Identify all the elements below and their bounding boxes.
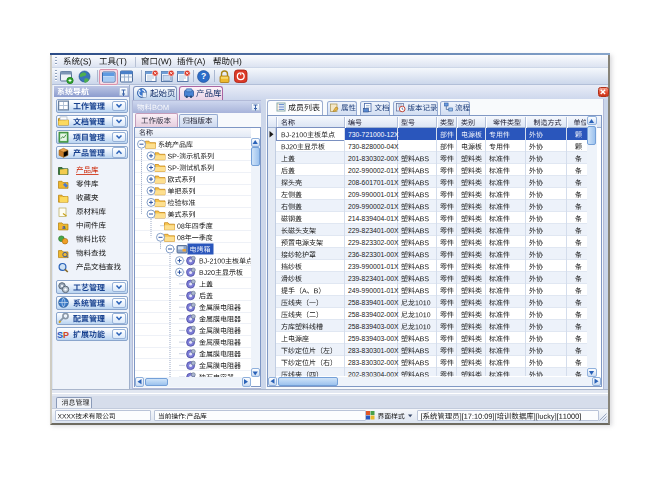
svg-text:258-839402-00X: 258-839402-00X: [348, 311, 399, 318]
svg-text:730-828000-04X: 730-828000-04X: [348, 143, 399, 150]
svg-text:229-823302-00X: 229-823302-00X: [348, 239, 399, 246]
svg-text:236-823301-00X: 236-823301-00X: [348, 251, 399, 258]
svg-text:239-990001-01X: 239-990001-01X: [348, 263, 399, 270]
svg-text:283-830301-00X: 283-830301-00X: [348, 347, 399, 354]
svg-text:209-990001-01X: 209-990001-01X: [348, 191, 399, 198]
svg-text:283-830302-00X: 283-830302-00X: [348, 359, 399, 366]
svg-text:258-839403-00X: 258-839403-00X: [348, 323, 399, 330]
svg-text:P: P: [63, 330, 69, 340]
svg-text:202-990002-01X: 202-990002-01X: [348, 167, 399, 174]
svg-text:201-830302-00X: 201-830302-00X: [348, 155, 399, 162]
svg-text:229-823401-00X: 229-823401-00X: [348, 227, 399, 234]
svg-text:259-839403-00X: 259-839403-00X: [348, 335, 399, 342]
svg-text:239-823401-00X: 239-823401-00X: [348, 275, 399, 282]
svg-text:?: ?: [201, 71, 206, 81]
svg-text:249-990001-01X: 249-990001-01X: [348, 287, 399, 294]
svg-text:258-839401-00X: 258-839401-00X: [348, 299, 399, 306]
svg-text:208-601701-01X: 208-601701-01X: [348, 179, 399, 186]
svg-text:209-990002-01X: 209-990002-01X: [348, 203, 399, 210]
svg-text:730-721000-12X: 730-721000-12X: [348, 131, 399, 138]
svg-text:202-830304-00X: 202-830304-00X: [348, 371, 399, 378]
svg-text:214-839404-01X: 214-839404-01X: [348, 215, 399, 222]
